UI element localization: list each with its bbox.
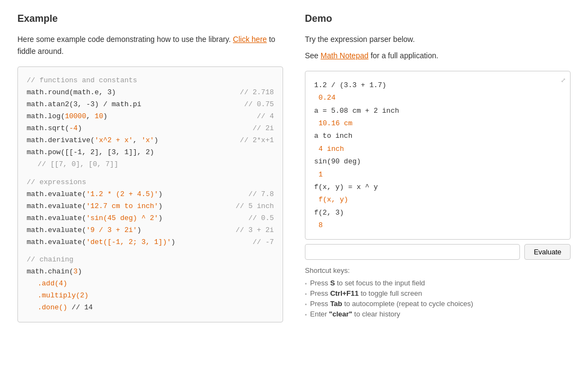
code-comment-expressions: // expressions — [27, 176, 274, 188]
shortcut-item-clear: Enter "clear" to clear history — [305, 309, 571, 319]
click-here-link[interactable]: Click here — [233, 35, 267, 44]
demo-result-1: 0.24 — [314, 92, 561, 104]
demo-output-line-2: a = 5.08 cm + 2 inch — [314, 105, 561, 117]
shortcut-item-tab: Press Tab to autocomplete (repeat to cyc… — [305, 298, 571, 309]
code-comment-chaining: // chaining — [27, 254, 274, 266]
demo-title: Demo — [305, 13, 571, 25]
code-comment-functions: // functions and constants — [27, 75, 274, 87]
demo-output-line-1: 1.2 / (3.3 + 1.7) — [314, 79, 561, 92]
demo-output-line-5: f(x, y) = x ^ y — [314, 181, 561, 193]
demo-result-3: 4 inch — [314, 143, 561, 155]
shortcuts-list: Press S to set focus to the input field … — [305, 278, 571, 319]
code-spacer — [27, 248, 274, 254]
demo-result-6: 8 — [314, 219, 561, 231]
shortcut-item-s: Press S to set focus to the input field — [305, 278, 571, 288]
example-code-box: // functions and constants math.round(ma… — [17, 66, 283, 322]
code-line: math.evaluate('sin(45 deg) ^ 2') // 0.5 — [27, 212, 274, 224]
main-layout: Example Here some example code demonstra… — [17, 13, 571, 322]
code-line: math.log(10000, 10) // 4 — [27, 111, 274, 123]
shortcut-key-clear: "clear" — [329, 310, 352, 318]
shortcuts-section: Shortcut keys: Press S to set focus to t… — [305, 266, 571, 319]
code-spacer — [27, 171, 274, 176]
shortcut-key-s: S — [330, 279, 335, 287]
demo-result-2: 10.16 cm — [314, 117, 561, 130]
code-line: math.evaluate('det([-1, 2; 3, 1])') // -… — [27, 236, 274, 248]
example-section: Example Here some example code demonstra… — [17, 13, 283, 322]
code-line: math.evaluate('9 / 3 + 2i') // 3 + 2i — [27, 224, 274, 236]
code-line: math.evaluate('1.2 * (2 + 4.5)') // 7.8 — [27, 188, 274, 200]
shortcut-key-ctrl-f11: Ctrl+F11 — [330, 289, 358, 297]
shortcuts-title: Shortcut keys: — [305, 266, 571, 275]
demo-result-4: 1 — [314, 168, 561, 181]
math-notepad-link[interactable]: Math Notepad — [321, 51, 369, 60]
demo-output-box: ⤢ 1.2 / (3.3 + 1.7) 0.24 a = 5.08 cm + 2… — [305, 71, 571, 240]
code-chain-add: .add(4) — [27, 278, 274, 290]
demo-output-line-3: a to inch — [314, 130, 561, 142]
code-line: math.pow([[-1, 2], [3, 1]], 2) — [27, 147, 274, 158]
code-line: math.round(math.e, 3) // 2.718 — [27, 87, 274, 99]
code-chain-multiply: .multiply(2) — [27, 290, 274, 302]
demo-intro-2: See Math Notepad for a full application. — [305, 50, 571, 62]
expand-icon[interactable]: ⤢ — [561, 76, 566, 87]
demo-result-5: f(x, y) — [314, 193, 561, 206]
demo-output-line-4: sin(90 deg) — [314, 155, 561, 168]
shortcut-key-tab: Tab — [330, 300, 342, 308]
code-line: math.atan2(3, -3) / math.pi // 0.75 — [27, 99, 274, 111]
demo-intro-1: Try the expression parser below. — [305, 33, 571, 45]
demo-input-row: Evaluate — [305, 244, 571, 260]
code-indent-result: // [[7, 0], [0, 7]] — [27, 158, 274, 170]
demo-section: Demo Try the expression parser below. Se… — [305, 13, 571, 322]
demo-input-field[interactable] — [305, 244, 520, 260]
shortcut-item-ctrl-f11: Press Ctrl+F11 to toggle full screen — [305, 288, 571, 298]
code-line: math.sqrt(-4) // 2i — [27, 123, 274, 135]
demo-output-line-6: f(2, 3) — [314, 206, 561, 219]
code-line: math.evaluate('12.7 cm to inch') // 5 in… — [27, 200, 274, 212]
code-line: math.derivative('x^2 + x', 'x') // 2*x+1 — [27, 135, 274, 147]
example-intro: Here some example code demonstrating how… — [17, 33, 283, 58]
code-chain-done: .done() // 14 — [27, 302, 274, 314]
code-line: math.chain(3) — [27, 266, 274, 278]
evaluate-button[interactable]: Evaluate — [524, 244, 571, 260]
example-title: Example — [17, 13, 283, 25]
